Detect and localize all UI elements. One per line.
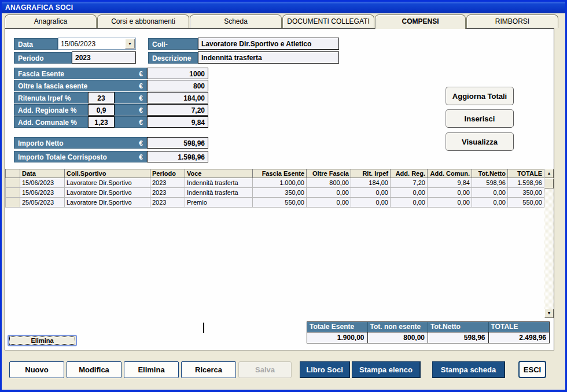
cell: Premio — [185, 198, 253, 208]
cell: 0,00 — [428, 198, 472, 208]
esci-button[interactable]: ESCI — [518, 361, 546, 378]
scroll-up-icon[interactable]: ▲ — [544, 169, 554, 178]
data-combobox[interactable]: 15/06/2023 ▼ — [58, 38, 136, 50]
periodo-field[interactable]: 2023 — [72, 51, 136, 64]
libro-soci-button[interactable]: Libro Soci — [300, 361, 350, 378]
scroll-down-icon[interactable]: ▼ — [544, 309, 554, 318]
add-comunale-field[interactable]: 9,84 — [147, 116, 208, 128]
table-row[interactable]: 15/06/2023 Lavoratore Dir.Sportivo 2023 … — [5, 188, 544, 198]
summary-header-tot-netto: Tot.Netto — [428, 322, 489, 332]
oltre-fascia-currency: € — [139, 81, 143, 91]
cell: 1.000,00 — [253, 178, 307, 188]
window-title: ANAGRAFICA SOCI — [2, 2, 565, 13]
tab-corsi-abbonamenti[interactable]: Corsi e abbonamenti — [97, 14, 189, 28]
importo-netto-text: Importo Netto — [18, 139, 64, 147]
add-regionale-currency-bar: € — [115, 104, 147, 116]
table-header-row: Data Coll.Sportivo Periodo Voce Fascia E… — [5, 169, 544, 178]
row-selector[interactable] — [5, 178, 20, 188]
inserisci-button[interactable]: Inserisci — [446, 109, 514, 128]
ricerca-button[interactable]: Ricerca — [181, 361, 236, 378]
add-comunale-label: Add. Comunale % — [14, 116, 88, 128]
ritenuta-irpef-field[interactable]: 184,00 — [147, 92, 208, 103]
descrizione-field[interactable]: Indennità trasferta — [198, 51, 339, 64]
cell: 2023 — [150, 188, 185, 198]
summary-value-totale: 2.498,96 — [489, 332, 550, 343]
nuovo-button[interactable]: Nuovo — [9, 361, 64, 378]
summary-header-row: Totale Esente Tot. non esente Tot.Netto … — [307, 322, 549, 332]
cell: 550,00 — [508, 198, 544, 208]
cell: 0,00 — [307, 188, 351, 198]
tab-documenti-collegati[interactable]: DOCUMENTI COLLEGATI — [282, 14, 374, 28]
table-row[interactable]: 15/06/2023 Lavoratore Dir.Sportivo 2023 … — [5, 178, 544, 188]
col-header-oltre-fascia[interactable]: Oltre Fascia — [307, 169, 351, 178]
data-label: Data — [14, 38, 58, 50]
add-comunale-percent-field[interactable]: 1,23 — [88, 116, 115, 128]
chevron-down-icon[interactable]: ▼ — [125, 39, 135, 49]
col-header-coll-sportivo[interactable]: Coll.Sportivo — [65, 169, 150, 178]
tab-scheda[interactable]: Scheda — [190, 14, 282, 28]
row-selector[interactable] — [5, 198, 20, 208]
aggiorna-totali-button[interactable]: Aggiorna Totali — [446, 87, 514, 105]
cell: 0,00 — [391, 188, 428, 198]
col-header-fascia-esente[interactable]: Fascia Esente — [253, 169, 307, 178]
modifica-button[interactable]: Modifica — [67, 361, 122, 378]
importo-netto-field[interactable]: 598,96 — [147, 137, 208, 149]
add-comunale-currency: € — [139, 117, 143, 128]
col-header-totale[interactable]: TOTALE — [508, 169, 544, 178]
cell: Indennità trasferta — [185, 188, 253, 198]
add-regionale-field[interactable]: 7,20 — [147, 104, 208, 116]
col-header-add-comun[interactable]: Add. Comun. — [428, 169, 472, 178]
row-selector-header — [5, 169, 20, 178]
col-header-periodo[interactable]: Periodo — [150, 169, 185, 178]
summary-values-row: 1.900,00 800,00 598,96 2.498,96 — [307, 332, 549, 343]
elimina-button[interactable]: Elimina — [124, 361, 179, 378]
cell: 0,00 — [307, 198, 351, 208]
col-header-tot-netto[interactable]: Tot.Netto — [472, 169, 508, 178]
fascia-esente-text: Fascia Esente — [18, 70, 64, 78]
cell: 2023 — [150, 178, 185, 188]
cell: 598,96 — [472, 178, 508, 188]
importo-totale-label: Importo Totale Corrisposto € — [14, 151, 147, 162]
col-header-data[interactable]: Data — [20, 169, 65, 178]
table-scrollbar[interactable]: ▲ ▼ — [544, 169, 554, 318]
cell: Indennità trasferta — [185, 178, 253, 188]
importo-totale-field[interactable]: 1.598,96 — [147, 151, 208, 162]
data-value: 15/06/2023 — [61, 40, 95, 48]
table-row[interactable]: 25/05/2023 Lavoratore Dir.Sportivo 2023 … — [5, 198, 544, 208]
col-header-voce[interactable]: Voce — [185, 169, 253, 178]
stampa-elenco-button[interactable]: Stampa elenco — [352, 361, 421, 378]
scrollbar-thumb[interactable] — [544, 179, 554, 188]
stampa-scheda-button[interactable]: Stampa scheda — [432, 361, 505, 378]
importo-netto-currency: € — [139, 138, 143, 149]
compensi-table: Data Coll.Sportivo Periodo Voce Fascia E… — [5, 169, 544, 208]
fascia-esente-field[interactable]: 1000 — [147, 68, 208, 79]
tab-rimborsi[interactable]: RIMBORSI — [466, 14, 558, 28]
ritenuta-irpef-percent-field[interactable]: 23 — [88, 92, 115, 103]
fascia-esente-currency: € — [139, 69, 143, 79]
importo-totale-currency: € — [139, 152, 143, 162]
cell: 550,00 — [253, 198, 307, 208]
add-regionale-percent-field[interactable]: 0,9 — [88, 104, 115, 116]
col-header-add-reg[interactable]: Add. Reg. — [391, 169, 428, 178]
row-selector[interactable] — [5, 188, 20, 198]
ritenuta-irpef-label: Ritenuta Irpef % — [14, 92, 88, 103]
elimina-riga-button[interactable]: Elimina — [8, 335, 77, 346]
col-header-rit-irpef[interactable]: Rit. Irpef — [351, 169, 391, 178]
cell: 800,00 — [307, 178, 351, 188]
cell: 7,20 — [391, 178, 428, 188]
ritenuta-irpef-currency: € — [139, 93, 143, 103]
tab-compensi[interactable]: COMPENSI — [375, 14, 466, 29]
summary-value-tot-non-esente: 800,00 — [368, 332, 429, 343]
cell: 9,84 — [428, 178, 472, 188]
visualizza-button[interactable]: Visualizza — [446, 132, 514, 151]
cell: 1.598,96 — [508, 178, 544, 188]
cell: 0,00 — [351, 198, 391, 208]
coll-sportivo-field[interactable]: Lavoratore Dir.Sportivo e Atletico — [198, 38, 339, 50]
oltre-fascia-field[interactable]: 800 — [147, 80, 208, 91]
tab-anagrafica[interactable]: Anagrafica — [5, 14, 97, 28]
summary-value-tot-netto: 598,96 — [428, 332, 489, 343]
cell: Lavoratore Dir.Sportivo — [65, 178, 150, 188]
oltre-fascia-label: Oltre la fascia esente € — [14, 80, 147, 91]
text-caret — [203, 323, 204, 333]
add-regionale-currency: € — [139, 105, 143, 116]
